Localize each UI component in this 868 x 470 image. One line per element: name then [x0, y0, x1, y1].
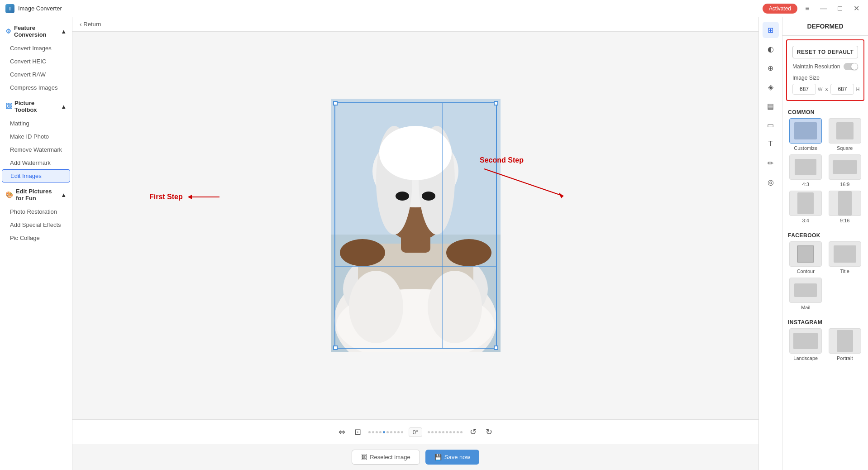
crop-grid: [335, 103, 496, 348]
sidebar-item-convert-raw[interactable]: Convert RAW: [0, 68, 72, 81]
sidebar-item-make-id-photo[interactable]: Make ID Photo: [0, 130, 72, 143]
zoom-tool-button[interactable]: ⊕: [763, 60, 779, 76]
deformed-title: DEFORMED: [782, 17, 868, 36]
dot: [442, 431, 444, 433]
dot: [390, 431, 392, 433]
sidebar-item-add-special-effects[interactable]: Add Special Effects: [0, 218, 72, 231]
facebook-section-title: FACEBOOK: [782, 228, 868, 241]
height-label: H: [856, 86, 859, 92]
first-step-annotation: First Step: [149, 192, 222, 201]
crop-handle-br[interactable]: [494, 345, 498, 350]
preset-item-title[interactable]: Title: [827, 241, 863, 274]
right-tools-panel: ⊞ ◐ ⊕ ◈ ▤ ▭ T ✏ ◎: [758, 17, 782, 470]
preset-item-4-3[interactable]: 4:3: [788, 154, 824, 187]
crop-handle-tr[interactable]: [494, 101, 498, 106]
preset-label-portrait: Portrait: [837, 355, 853, 361]
preset-label-customize: Customize: [794, 145, 817, 151]
image-workspace: First Step Second Step: [72, 32, 758, 419]
minimize-button[interactable]: —: [817, 2, 830, 15]
content-topbar: ‹ Return: [72, 17, 758, 32]
title-bar-left: I Image Converter: [5, 4, 62, 13]
save-button[interactable]: 💾 Save now: [425, 450, 479, 465]
preset-item-9-16[interactable]: 9:16: [827, 191, 863, 223]
sidebar-item-photo-restoration[interactable]: Photo Restoration: [0, 205, 72, 218]
dot: [372, 431, 374, 433]
preset-label-landscape: Landscape: [793, 355, 818, 361]
preset-item-contour[interactable]: Contour: [788, 241, 824, 274]
sidebar-item-convert-images[interactable]: Convert Images: [0, 42, 72, 55]
content-area: ‹ Return: [72, 17, 758, 470]
sidebar-item-pic-collage[interactable]: Pic Collage: [0, 231, 72, 245]
flip-button[interactable]: ⇔: [337, 425, 347, 439]
preset-item-3-4[interactable]: 3:4: [788, 191, 824, 223]
preset-item-16-9[interactable]: 16:9: [827, 154, 863, 187]
common-presets-grid: Customize Square 4:3 16:9: [782, 118, 868, 228]
grid-line-v1: [389, 103, 389, 348]
preset-item-landscape[interactable]: Landscape: [788, 328, 824, 361]
chevron-up-icon: ▲: [61, 28, 67, 35]
maximize-button[interactable]: □: [834, 2, 846, 15]
rotate-left-button[interactable]: ↺: [468, 425, 478, 439]
activated-button[interactable]: Activated: [763, 4, 797, 14]
return-button[interactable]: ‹ Return: [80, 21, 101, 28]
crop-handle-tl[interactable]: [333, 101, 338, 106]
deformed-panel: DEFORMED RESET TO DEFAULT Maintain Resol…: [782, 17, 868, 470]
width-input[interactable]: [792, 84, 816, 95]
preset-item-mail[interactable]: Mail: [788, 278, 824, 310]
sidebar-item-convert-heic[interactable]: Convert HEIC: [0, 55, 72, 68]
crop-button[interactable]: ⊡: [353, 425, 363, 439]
title-bar-right: Activated ≡ — □ ✕: [763, 2, 863, 15]
preset-item-customize[interactable]: Customize: [788, 118, 824, 151]
erase-tool-button[interactable]: ◎: [763, 174, 779, 190]
edit-pictures-header[interactable]: 🎨 Edit Pictures for Fun ▲: [0, 184, 72, 205]
crop-overlay[interactable]: [334, 102, 497, 349]
preset-thumb-square: [829, 118, 861, 144]
height-input[interactable]: [830, 84, 854, 95]
filter-tool-button[interactable]: ◈: [763, 79, 779, 95]
sidebar-item-add-watermark[interactable]: Add Watermark: [0, 156, 72, 169]
preset-item-portrait[interactable]: Portrait: [827, 328, 863, 361]
sidebar-item-remove-watermark[interactable]: Remove Watermark: [0, 143, 72, 156]
menu-button[interactable]: ≡: [801, 2, 814, 15]
reselect-icon: 🖼: [361, 454, 367, 460]
text-tool-button[interactable]: T: [763, 136, 779, 152]
main-layout: ⚙ Feature Conversion ▲ Convert Images Co…: [0, 17, 868, 470]
app-icon: I: [5, 4, 14, 13]
preset-label-3-4: 3:4: [802, 218, 809, 223]
feature-conversion-label: Feature Conversion: [14, 24, 58, 38]
adjust-tool-button[interactable]: ◐: [763, 41, 779, 57]
picture-toolbox-header[interactable]: 🖼 Picture Toolbox ▲: [0, 96, 72, 117]
preset-label-mail: Mail: [801, 305, 810, 310]
crop-handle-bl[interactable]: [333, 345, 338, 350]
preset-thumb-title: [829, 241, 861, 267]
pen-tool-button[interactable]: ✏: [763, 155, 779, 171]
watermark-tool-button[interactable]: ▤: [763, 98, 779, 114]
reset-button[interactable]: RESET TO DEFAULT: [792, 46, 858, 58]
chevron-up-icon-3: ▲: [61, 192, 67, 198]
reselect-button[interactable]: 🖼 Reselect image: [352, 450, 420, 465]
preset-label-4-3: 4:3: [802, 182, 809, 187]
sidebar-item-edit-images[interactable]: Edit Images: [2, 169, 70, 182]
dot: [431, 431, 434, 433]
dot: [368, 431, 371, 433]
preset-label-square: Square: [837, 145, 853, 151]
sidebar-item-compress-images[interactable]: Compress Images: [0, 81, 72, 94]
svg-marker-19: [188, 195, 192, 199]
sidebar-item-matting[interactable]: Matting: [0, 117, 72, 130]
crop-tool-button[interactable]: ⊞: [763, 22, 779, 38]
preset-thumb-9-16: [829, 191, 861, 216]
dot: [383, 431, 385, 433]
return-label: Return: [83, 21, 101, 28]
preset-item-square[interactable]: Square: [827, 118, 863, 151]
close-button[interactable]: ✕: [850, 2, 863, 15]
rectangle-tool-button[interactable]: ▭: [763, 117, 779, 133]
edit-pictures-label: Edit Pictures for Fun: [16, 188, 58, 201]
picture-toolbox-label: Picture Toolbox: [14, 100, 58, 113]
rotation-value: 0°: [409, 427, 422, 437]
maintain-resolution-toggle[interactable]: [844, 63, 858, 70]
rotate-right-button[interactable]: ↻: [484, 425, 494, 439]
chevron-left-icon: ‹: [80, 21, 81, 28]
dot: [397, 431, 400, 433]
feature-conversion-header[interactable]: ⚙ Feature Conversion ▲: [0, 21, 72, 42]
preset-thumb-mail: [789, 278, 822, 303]
